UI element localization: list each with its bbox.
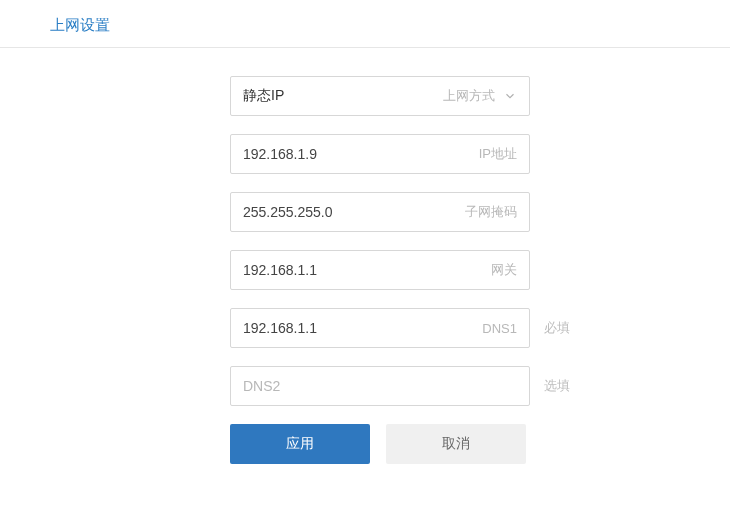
ip-row: IP地址 xyxy=(0,134,750,174)
connection-mode-row: 静态IP 上网方式 xyxy=(0,76,750,116)
cancel-button[interactable]: 取消 xyxy=(386,424,526,464)
dns1-field[interactable]: DNS1 xyxy=(230,308,530,348)
dns2-row: 选填 xyxy=(0,366,750,406)
ip-label: IP地址 xyxy=(479,145,517,163)
dns1-label: DNS1 xyxy=(482,321,517,336)
dns2-note: 选填 xyxy=(544,377,570,395)
dns2-field[interactable] xyxy=(230,366,530,406)
ip-input[interactable] xyxy=(243,146,471,162)
connection-mode-label: 上网方式 xyxy=(443,87,495,105)
dns1-input[interactable] xyxy=(243,320,474,336)
gateway-label: 网关 xyxy=(491,261,517,279)
connection-mode-select[interactable]: 静态IP 上网方式 xyxy=(230,76,530,116)
chevron-down-icon xyxy=(503,89,517,103)
gateway-row: 网关 xyxy=(0,250,750,290)
button-row: 应用 取消 xyxy=(0,424,750,464)
dns1-row: DNS1 必填 xyxy=(0,308,750,348)
subnet-field[interactable]: 子网掩码 xyxy=(230,192,530,232)
dns2-input[interactable] xyxy=(243,378,517,394)
subnet-label: 子网掩码 xyxy=(465,203,517,221)
gateway-input[interactable] xyxy=(243,262,483,278)
connection-mode-value: 静态IP xyxy=(243,87,435,105)
subnet-row: 子网掩码 xyxy=(0,192,750,232)
form-area: 静态IP 上网方式 IP地址 子网掩码 网关 DNS1 必填 xyxy=(0,48,750,464)
page-title: 上网设置 xyxy=(0,0,730,48)
dns1-note: 必填 xyxy=(544,319,570,337)
ip-field[interactable]: IP地址 xyxy=(230,134,530,174)
subnet-input[interactable] xyxy=(243,204,457,220)
apply-button[interactable]: 应用 xyxy=(230,424,370,464)
gateway-field[interactable]: 网关 xyxy=(230,250,530,290)
